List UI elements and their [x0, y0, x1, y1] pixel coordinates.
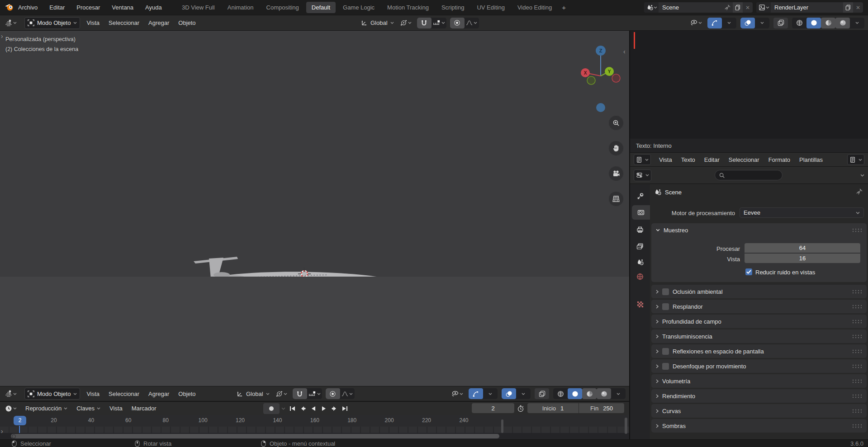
editor-type-button[interactable] — [634, 169, 651, 181]
tab-world-icon[interactable] — [630, 269, 650, 284]
tab-output-icon[interactable] — [630, 222, 650, 237]
tab-motion-tracking[interactable]: Motion Tracking — [382, 2, 434, 13]
drag-handle-icon[interactable] — [852, 409, 862, 413]
play-button[interactable] — [321, 406, 327, 411]
shading-dropdown[interactable] — [611, 388, 626, 399]
tab-video-editing[interactable]: Video Editing — [512, 2, 557, 13]
tab-render-icon[interactable] — [632, 205, 650, 220]
proportional-editing-toggle[interactable] — [450, 18, 465, 28]
shading-material-button[interactable] — [821, 18, 835, 28]
sampling-panel-header[interactable]: Muestreo — [651, 223, 867, 237]
panel-rendimiento[interactable]: Rendimiento — [651, 389, 867, 403]
viewport-menu-vista[interactable]: Vista — [86, 391, 100, 397]
gizmos-dropdown[interactable] — [483, 388, 498, 399]
tab-scripting[interactable]: Scripting — [436, 2, 470, 13]
shading-rendered-button[interactable] — [835, 18, 850, 28]
overlays-toggle[interactable] — [740, 18, 755, 28]
mode-dropdown[interactable]: Modo Objeto — [24, 17, 80, 29]
properties-options-dropdown[interactable] — [860, 174, 864, 177]
drag-handle-icon[interactable] — [852, 349, 862, 353]
current-frame-indicator[interactable]: 2 — [14, 416, 26, 425]
blender-logo-icon[interactable] — [4, 3, 14, 11]
drag-handle-icon[interactable] — [852, 394, 862, 398]
auto-keying-button[interactable] — [263, 403, 280, 414]
shading-wireframe-button[interactable] — [792, 18, 806, 28]
drag-handle-icon[interactable] — [852, 364, 862, 368]
xray-toggle[interactable] — [773, 18, 788, 28]
editor-type-button[interactable] — [4, 404, 18, 413]
tab-default[interactable]: Default — [306, 2, 336, 13]
gizmos-toggle[interactable] — [707, 18, 722, 28]
sidebar-collapse-icon[interactable]: ‹ — [623, 48, 626, 55]
panel-checkbox[interactable] — [662, 348, 669, 355]
scene-browse-button[interactable] — [644, 2, 659, 13]
pivot-point-dropdown[interactable] — [275, 388, 289, 399]
timeline-menu-vista[interactable]: Vista — [109, 405, 123, 412]
editor-type-button[interactable] — [634, 154, 651, 165]
tab-scene-icon[interactable] — [630, 255, 650, 269]
gizmos-dropdown[interactable] — [722, 18, 736, 28]
render-layer-selector[interactable]: RenderLayer ✕ — [756, 2, 863, 13]
snap-toggle[interactable] — [293, 388, 307, 399]
current-frame-field[interactable]: 2 — [472, 403, 514, 413]
mode-dropdown[interactable]: Modo Objeto — [24, 388, 80, 400]
use-preview-range-button[interactable] — [517, 405, 524, 412]
pivot-point-dropdown[interactable] — [399, 18, 413, 28]
drag-handle-icon[interactable] — [852, 379, 862, 383]
scene-copy-button[interactable] — [733, 2, 743, 13]
timeline-scrollbar-thumb[interactable] — [11, 434, 499, 438]
drag-handle-icon[interactable] — [852, 334, 862, 339]
render-layer-copy-button[interactable] — [843, 2, 853, 13]
jump-to-start-button[interactable] — [289, 406, 296, 411]
drag-handle-icon[interactable] — [852, 424, 862, 428]
shading-wireframe-button[interactable] — [553, 388, 568, 399]
shading-solid-button[interactable] — [568, 388, 582, 399]
tab-uv-editing[interactable]: UV Editing — [471, 2, 510, 13]
overlays-dropdown[interactable] — [516, 388, 531, 399]
scene-selector[interactable]: Scene ✕ — [644, 2, 753, 13]
panel-sombras[interactable]: Sombras — [651, 419, 867, 433]
viewport-menu-agregar[interactable]: Agregar — [148, 19, 169, 26]
shading-rendered-button[interactable] — [597, 388, 611, 399]
zoom-button[interactable] — [609, 116, 623, 130]
tab-3d-view-full[interactable]: 3D View Full — [176, 2, 220, 13]
gizmo-neg-z-axis[interactable] — [596, 103, 605, 112]
tab-animation[interactable]: Animation — [222, 2, 259, 13]
panel-resplandor[interactable]: Resplandor — [651, 300, 867, 313]
frame-start-field[interactable]: Inicio1 — [527, 403, 579, 413]
timeline-menu-marcador[interactable]: Marcador — [132, 405, 157, 412]
editor-type-button[interactable] — [4, 19, 18, 28]
viewport-menu-seleccionar[interactable]: Seleccionar — [109, 19, 139, 26]
xray-toggle[interactable] — [535, 388, 549, 399]
viewport-3d[interactable]: › Personalizada (perspectiva) (2) Colecc… — [0, 31, 629, 277]
gizmos-toggle[interactable] — [469, 388, 483, 399]
panel-desenfoque-por-movimiento[interactable]: Desenfoque por movimiento — [651, 359, 867, 373]
panel-checkbox[interactable] — [662, 363, 669, 370]
viewport-denoise-checkbox[interactable] — [745, 268, 752, 275]
topbar-menu-archivo[interactable]: Archivo — [18, 4, 38, 11]
samples-viewport-field[interactable]: 16 — [745, 254, 860, 263]
timeline-ruler[interactable]: 2 20406080100120140160180200220240 — [0, 415, 629, 427]
viewport-menu-vista[interactable]: Vista — [86, 19, 100, 26]
pan-button[interactable] — [609, 141, 623, 155]
camera-view-button[interactable] — [609, 166, 623, 181]
visibility-dropdown[interactable] — [688, 18, 703, 28]
tab-texture-icon[interactable] — [630, 297, 650, 311]
render-layer-browse-button[interactable] — [756, 2, 771, 13]
transform-orientation-dropdown[interactable]: Global — [360, 18, 395, 28]
editor-type-button[interactable] — [4, 389, 18, 398]
proportional-falloff-dropdown[interactable] — [340, 388, 355, 399]
render-layer-unlink-button[interactable]: ✕ — [853, 5, 863, 11]
frame-end-field[interactable]: Fin250 — [579, 403, 624, 413]
render-layer-name[interactable]: RenderLayer — [771, 4, 843, 11]
viewport-3d-secondary[interactable] — [0, 277, 629, 386]
text-datablock-browse-button[interactable] — [847, 154, 864, 165]
topbar-menu-ayuda[interactable]: Ayuda — [145, 4, 162, 11]
overlays-dropdown[interactable] — [755, 18, 769, 28]
next-keyframe-button[interactable] — [331, 406, 337, 411]
panel-profundidad-de-campo[interactable]: Profundidad de campo — [651, 315, 867, 328]
visibility-dropdown[interactable] — [450, 388, 465, 399]
viewport-menu-agregar[interactable]: Agregar — [148, 391, 169, 397]
shading-material-button[interactable] — [582, 388, 597, 399]
perspective-toggle-button[interactable] — [609, 192, 623, 206]
